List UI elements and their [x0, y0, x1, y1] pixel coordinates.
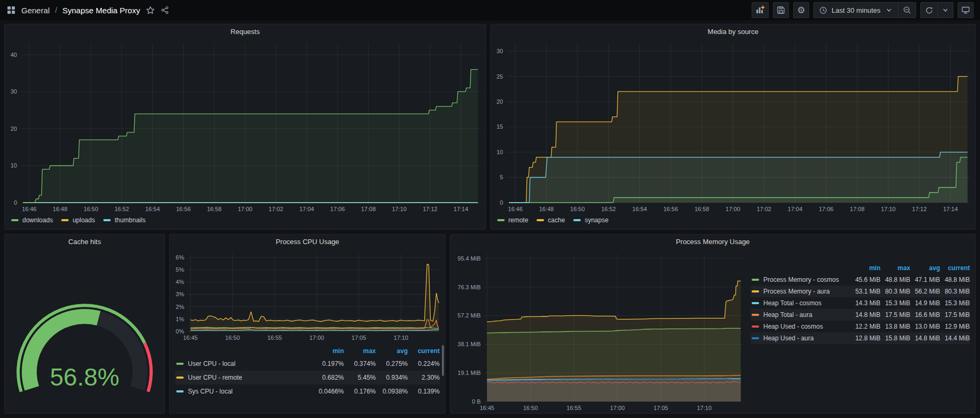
svg-text:17:02: 17:02: [269, 206, 284, 212]
legend-row[interactable]: User CPU - remote0.682%5.45%0.934%2.30%: [175, 371, 440, 384]
panel-cache-hits: Cache hits 56.8%: [4, 234, 165, 414]
process-cpu-chart[interactable]: 16:4516:5016:5517:0017:0517:100%1%2%3%4%…: [170, 248, 445, 343]
media-by-source-legend: remotecachesynapse: [491, 214, 975, 229]
panel-media-by-source: Media by source 16:4616:4816:5016:5216:5…: [490, 24, 976, 230]
series-label: remote: [508, 216, 528, 224]
legend-item-cache[interactable]: cache: [537, 216, 565, 224]
svg-text:16:50: 16:50: [225, 335, 240, 341]
legend-row[interactable]: Sys CPU - local0.0466%0.176%0.0938%0.139…: [175, 384, 440, 398]
cache-hits-gauge: 56.8%: [5, 248, 164, 413]
media-by-source-chart[interactable]: 16:4616:4816:5016:5216:5416:5616:5817:00…: [491, 38, 975, 214]
svg-text:16:54: 16:54: [632, 206, 647, 212]
requests-legend: downloadsuploadsthumbnails: [5, 214, 485, 229]
legend-column-avg[interactable]: avg: [910, 264, 940, 272]
svg-text:16:50: 16:50: [84, 206, 98, 212]
svg-text:20: 20: [497, 98, 503, 105]
legend-item-uploads[interactable]: uploads: [61, 216, 95, 224]
legend-value: 14.4 MiB: [940, 335, 970, 342]
series-label: uploads: [72, 216, 95, 224]
series-user-cpu-remote: [191, 264, 439, 322]
apps-grid-icon[interactable]: [6, 5, 16, 15]
legend-scrollbar[interactable]: [442, 345, 444, 376]
legend-value: 48.8 MiB: [880, 276, 910, 283]
legend-value: 56.2 MiB: [910, 288, 940, 295]
panel-title[interactable]: Media by source: [491, 24, 975, 38]
time-range-picker[interactable]: Last 30 minutes: [814, 3, 898, 18]
series-label: downloads: [22, 216, 53, 224]
legend-row[interactable]: Heap Total - aura14.8 MiB17.5 MiB16.6 Mi…: [751, 309, 970, 321]
cycle-view-mode-button[interactable]: [958, 2, 974, 18]
dashboard-settings-button[interactable]: ⚙: [793, 2, 809, 18]
cache-hits-gauge-svg: 56.8%: [5, 248, 164, 413]
dashboard-toolbar: General / Synapse Media Proxy ⚙ Last 30 …: [0, 0, 980, 20]
add-panel-button[interactable]: [752, 2, 769, 18]
legend-row[interactable]: User CPU - local0.197%0.374%0.275%0.224%: [175, 357, 440, 371]
svg-text:17:12: 17:12: [423, 206, 438, 212]
legend-row[interactable]: Heap Total - cosmos14.3 MiB15.3 MiB14.9 …: [751, 297, 970, 309]
series-label: User CPU - remote: [188, 374, 242, 381]
legend-row[interactable]: Process Memory - cosmos45.6 MiB48.8 MiB4…: [751, 274, 970, 286]
gauge-value-text: 56.8%: [50, 363, 119, 391]
series-label: thumbnails: [114, 216, 145, 224]
legend-row[interactable]: Heap Used - cosmos12.2 MiB13.8 MiB13.0 M…: [751, 321, 970, 332]
svg-text:17:10: 17:10: [393, 335, 408, 341]
legend-item-downloads[interactable]: downloads: [11, 216, 53, 224]
svg-text:30: 30: [11, 88, 17, 95]
legend-item-thumbnails[interactable]: thumbnails: [103, 216, 145, 224]
legend-value: 15.8 MiB: [880, 335, 910, 342]
legend-value: 15.3 MiB: [940, 299, 970, 307]
zoom-out-button[interactable]: [898, 3, 916, 18]
legend-table-header: minmaxavgcurrent: [175, 345, 440, 357]
legend-value: 0.275%: [376, 360, 408, 367]
breadcrumb-section[interactable]: General: [21, 6, 50, 15]
clock-icon: [818, 5, 828, 15]
svg-text:17:00: 17:00: [238, 206, 253, 212]
legend-column-max[interactable]: max: [344, 347, 376, 355]
legend-value: 45.6 MiB: [851, 276, 880, 283]
legend-column-min[interactable]: min: [851, 264, 880, 272]
legend-row[interactable]: Process Memory - aura53.1 MiB80.3 MiB56.…: [751, 286, 970, 297]
refresh-interval-dropdown[interactable]: [937, 3, 953, 18]
legend-item-remote[interactable]: remote: [497, 216, 528, 224]
svg-text:16:58: 16:58: [207, 206, 222, 212]
svg-text:6%: 6%: [176, 254, 184, 261]
legend-column-avg[interactable]: avg: [376, 347, 408, 355]
legend-item-synapse[interactable]: synapse: [573, 216, 608, 224]
breadcrumb-separator: /: [55, 6, 57, 14]
series-color-swatch: [752, 279, 759, 281]
legend-column-current[interactable]: current: [408, 347, 440, 355]
process-memory-legend-table: minmaxavgcurrentProcess Memory - cosmos4…: [747, 248, 975, 413]
legend-column-max[interactable]: max: [880, 264, 910, 272]
panel-title[interactable]: Process CPU Usage: [170, 235, 445, 248]
legend-value: 80.3 MiB: [940, 288, 970, 295]
svg-text:0 B: 0 B: [472, 398, 481, 405]
save-dashboard-button[interactable]: [773, 2, 789, 18]
requests-chart[interactable]: 16:4616:4816:5016:5216:5416:5616:5817:00…: [5, 38, 485, 214]
svg-text:17:14: 17:14: [454, 206, 468, 212]
series-label: Process Memory - aura: [763, 288, 830, 295]
legend-value: 13.0 MiB: [910, 323, 940, 330]
svg-text:19.1 MiB: 19.1 MiB: [458, 370, 481, 376]
panel-title[interactable]: Cache hits: [5, 235, 164, 248]
svg-text:17:08: 17:08: [361, 206, 376, 212]
svg-text:17:14: 17:14: [943, 206, 958, 212]
panel-title[interactable]: Requests: [5, 24, 485, 38]
legend-column-current[interactable]: current: [940, 264, 970, 272]
process-memory-chart[interactable]: 16:4516:5016:5517:0017:0517:100 B19.1 Mi…: [450, 248, 747, 413]
series-color-swatch: [752, 325, 759, 328]
legend-value: 12.2 MiB: [851, 323, 880, 330]
panel-title[interactable]: Process Memory Usage: [450, 235, 975, 248]
legend-row[interactable]: Heap Used - aura12.8 MiB15.8 MiB14.8 MiB…: [751, 332, 970, 344]
svg-text:17:00: 17:00: [309, 335, 324, 341]
legend-value: 0.0466%: [312, 388, 344, 395]
legend-column-min[interactable]: min: [312, 347, 344, 355]
legend-value: 14.8 MiB: [851, 311, 880, 319]
series-color-swatch: [176, 390, 184, 392]
breadcrumb-dashboard-title[interactable]: Synapse Media Proxy: [62, 6, 140, 15]
series-color-swatch: [752, 314, 759, 316]
share-icon[interactable]: [160, 5, 170, 15]
favorite-star-icon[interactable]: [145, 5, 155, 15]
svg-text:16:55: 16:55: [566, 405, 581, 411]
refresh-button[interactable]: [921, 3, 937, 18]
legend-value: 12.8 MiB: [851, 335, 880, 342]
